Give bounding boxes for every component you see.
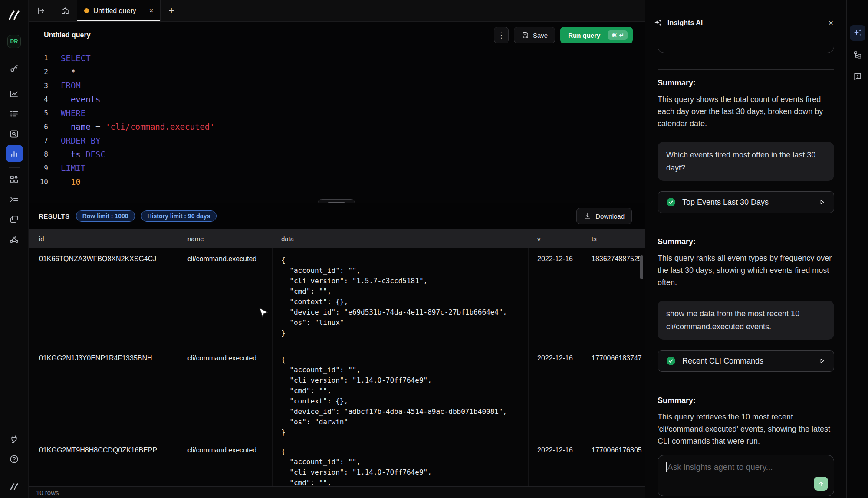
code-line[interactable]: 8 ts DESC [29,147,645,161]
home-button[interactable] [53,0,77,21]
column-header-ts[interactable]: ts [580,235,645,242]
cell-id: 01K66TQNZA3WFBQ8XN2KXSG4CJ [29,248,177,347]
avatar[interactable]: PR [7,35,21,48]
line-number: 1 [29,54,48,62]
row-count-status: 10 rows [29,486,645,498]
code-line[interactable]: 7ORDER BY [29,134,645,147]
sidebar-item-logs[interactable] [6,105,23,122]
insights-panel: Insights AI × Summary:This query shows t… [645,0,846,498]
cell-data: { "account_id": "", "cli_version": "1.14… [273,439,529,487]
sidebar-item-charts[interactable] [6,85,23,102]
sidebar-item-console[interactable] [6,190,23,208]
run-query-button[interactable]: Run query ⌘ ↵ [560,27,633,43]
save-button[interactable]: Save [514,27,555,43]
sidebar-item-sessions[interactable] [6,210,23,228]
sidebar-item-integrations[interactable] [6,430,23,448]
brand-logo-icon [7,9,22,23]
code-text: WHERE [48,108,85,118]
table-row[interactable]: 01K66TQNZA3WFBQ8XN2KXSG4CJcli/command.ex… [29,248,645,347]
cell-id: 01KGG2N1J3Y0ENP1R4F1335BNH [29,347,177,439]
code-line[interactable]: 9LIMIT [29,161,645,175]
new-tab-button[interactable]: + [161,0,182,21]
insights-close-icon[interactable]: × [829,18,833,28]
tab-label: Untitled query [93,7,136,15]
column-header-id[interactable]: id [29,235,177,242]
code-line[interactable]: 1SELECT [29,51,645,65]
code-line[interactable]: 3FROM [29,79,645,92]
column-header-data[interactable]: data [273,235,529,242]
line-number: 9 [29,164,48,172]
cell-data: { "account_id": "", "cli_version": "1.5.… [273,248,529,347]
sidebar-divider [9,82,20,82]
main-area: Untitled query × + Untitled query ⋮ Save… [29,0,645,498]
sidebar-item-apps[interactable] [6,170,23,188]
insights-header: Insights AI × [645,0,846,46]
history-limit-badge[interactable]: History limit : 90 days [141,210,217,222]
active-tab-underline [77,20,160,21]
results-label: RESULTS [39,213,70,220]
more-options-button[interactable]: ⋮ [494,27,509,43]
code-line[interactable]: 5WHERE [29,106,645,120]
sidebar-divider [9,167,20,168]
collapse-panel-button[interactable] [29,0,53,21]
sidebar-item-help[interactable] [6,450,23,468]
cell-ts: 1770066183747 [580,347,645,439]
mouse-cursor [258,307,268,320]
results-toolbar: RESULTS Row limit : 1000 History limit :… [29,203,645,229]
check-circle-icon [666,356,676,366]
table-row[interactable]: 01KGG2N1J3Y0ENP1R4F1335BNHcli/command.ex… [29,347,645,439]
results-table: idnamedatavts 01K66TQNZA3WFBQ8XN2KXSG4CJ… [29,229,645,487]
user-message-bubble: show me data from the most recent 10 cli… [658,301,834,340]
cell-name: cli/command.executed [177,439,273,487]
send-button[interactable] [814,477,828,491]
right-rail [846,0,868,498]
column-header-v[interactable]: v [529,235,580,242]
code-line[interactable]: 4 events [29,92,645,106]
table-scrollbar[interactable] [640,255,643,279]
line-number: 4 [29,95,48,103]
run-card-button[interactable] [818,357,826,365]
check-circle-icon [666,197,676,207]
download-button[interactable]: Download [576,208,632,224]
rail-insights-ai-button[interactable] [850,25,865,41]
sidebar-item-webhooks[interactable] [6,230,23,248]
column-header-name[interactable]: name [177,235,273,242]
unsaved-dot-icon [84,8,89,13]
page-title: Untitled query [44,31,91,39]
feedback-icon [853,72,862,81]
sidebar-item-query-active[interactable] [6,145,23,162]
code-line[interactable]: 2 * [29,65,645,79]
line-number: 2 [29,68,48,76]
download-icon [584,212,592,220]
play-icon [818,357,826,365]
input-placeholder: Ask insights agent to query... [667,462,773,472]
cell-v: 2022-12-16 [529,439,580,487]
sidebar-item-explore[interactable] [6,125,23,142]
feed-divider [658,69,834,70]
cell-ts: 1770066176305 [580,439,645,487]
insights-input[interactable]: Ask insights agent to query... [658,455,834,496]
suggested-query-card[interactable]: Top Events Last 30 Days [658,191,834,213]
user-message-bubble: Which events fired most often in the las… [658,142,834,181]
row-limit-badge[interactable]: Row limit : 1000 [76,210,135,222]
line-number: 6 [29,123,48,131]
tree-structure-icon [853,50,862,59]
suggested-query-card[interactable]: Recent CLI Commands [658,350,834,372]
code-line[interactable]: 10 10 [29,175,645,189]
sidebar-item-keys[interactable] [6,59,23,77]
rail-feedback-button[interactable] [850,69,865,84]
insights-title: Insights AI [667,19,703,27]
code-text: ORDER BY [48,136,101,145]
code-text: LIMIT [48,163,85,173]
code-line[interactable]: 6 name = 'cli/command.executed' [29,120,645,134]
tab-close-icon[interactable]: × [149,7,153,14]
left-sidebar: PR [0,0,29,498]
cell-ts: 1836274887529 [580,248,645,347]
rail-schema-tree-button[interactable] [850,47,865,62]
tab-untitled-query[interactable]: Untitled query × [77,0,161,21]
code-text: FROM [48,81,81,90]
table-row[interactable]: 01KGG2MT9H8H8CCDQ0ZK16BEPPcli/command.ex… [29,439,645,487]
sql-editor[interactable]: 1SELECT2 *3FROM4 events5WHERE6 name = 'c… [29,51,645,203]
run-card-button[interactable] [818,198,826,206]
play-icon [818,198,826,206]
